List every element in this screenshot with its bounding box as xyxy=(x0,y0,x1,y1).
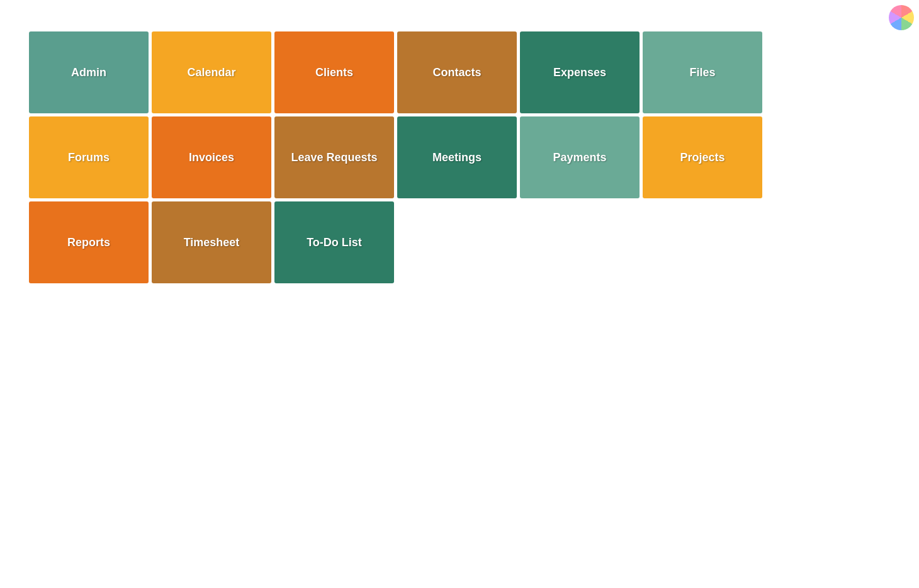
tile-label-expenses: Expenses xyxy=(553,66,606,79)
tile-leave-requests[interactable]: Leave Requests xyxy=(274,116,394,198)
tile-invoices[interactable]: Invoices xyxy=(152,116,271,198)
tile-forums[interactable]: Forums xyxy=(29,116,149,198)
tile-clients[interactable]: Clients xyxy=(274,31,394,113)
tile-payments[interactable]: Payments xyxy=(520,116,640,198)
main-grid: AdminCalendarClientsContactsExpensesFile… xyxy=(0,0,919,315)
tile-todo-list[interactable]: To-Do List xyxy=(274,201,394,283)
tile-meetings[interactable]: Meetings xyxy=(397,116,517,198)
tile-contacts[interactable]: Contacts xyxy=(397,31,517,113)
tile-label-reports: Reports xyxy=(67,236,110,249)
tile-calendar[interactable]: Calendar xyxy=(152,31,271,113)
tile-reports[interactable]: Reports xyxy=(29,201,149,283)
tile-label-todo-list: To-Do List xyxy=(307,236,362,249)
tile-label-calendar: Calendar xyxy=(187,66,235,79)
tile-timesheet[interactable]: Timesheet xyxy=(152,201,271,283)
tile-label-files: Files xyxy=(689,66,715,79)
tile-files[interactable]: Files xyxy=(643,31,762,113)
tile-label-contacts: Contacts xyxy=(432,66,481,79)
tile-label-forums: Forums xyxy=(68,151,110,164)
tile-label-clients: Clients xyxy=(315,66,353,79)
tile-label-leave-requests: Leave Requests xyxy=(291,151,377,164)
tile-label-payments: Payments xyxy=(553,151,606,164)
tile-label-meetings: Meetings xyxy=(432,151,482,164)
tile-label-admin: Admin xyxy=(71,66,106,79)
tile-label-invoices: Invoices xyxy=(189,151,234,164)
tile-expenses[interactable]: Expenses xyxy=(520,31,640,113)
tile-label-timesheet: Timesheet xyxy=(184,236,240,249)
tile-projects[interactable]: Projects xyxy=(643,116,762,198)
avatar[interactable] xyxy=(889,5,914,30)
tile-admin[interactable]: Admin xyxy=(29,31,149,113)
tile-label-projects: Projects xyxy=(680,151,724,164)
